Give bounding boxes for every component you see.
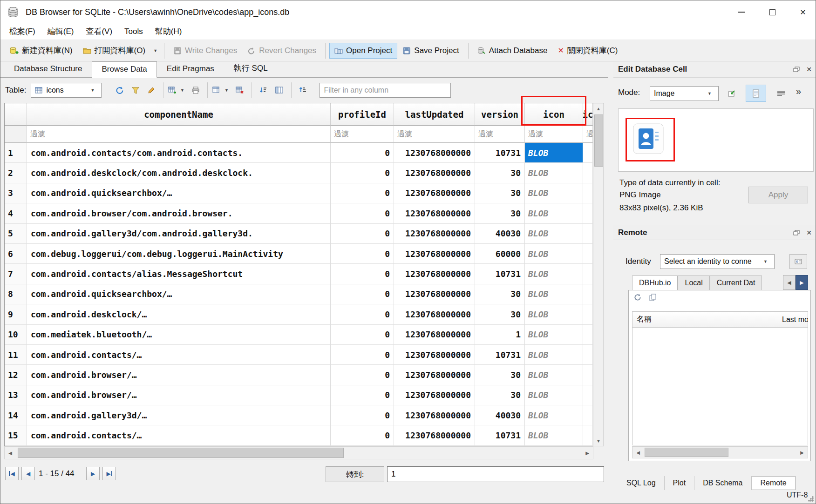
previous-page-button[interactable]: ◀ [21,467,35,480]
column-header[interactable]: profileId [331,103,394,126]
open-database-dropdown[interactable]: ▼ [150,48,160,53]
last-modified-column-header[interactable]: Last mo [779,316,808,324]
cell-componentName[interactable]: com.android.quicksearchbox/… [27,284,331,304]
main-tab[interactable]: Database Structure [4,61,92,77]
cell-componentName[interactable]: com.android.deskclock/com.android.deskcl… [27,163,331,183]
cell-componentName[interactable]: com.android.contacts/alias.MessageShortc… [27,264,331,284]
cell-profileId[interactable]: 0 [331,163,394,183]
cell-profileId[interactable]: 0 [331,405,394,425]
column-header[interactable]: componentName [27,103,331,126]
menu-item[interactable]: 查看(V) [80,24,118,40]
remote-horizontal-scrollbar[interactable]: ◀ ▶ [632,446,808,458]
cell-componentName[interactable]: com.android.gallery3d/… [27,405,331,425]
cell-lastUpdated[interactable]: 1230768000000 [394,284,475,304]
cell-extra[interactable] [583,264,593,284]
dock-tab[interactable]: SQL Log [618,476,665,490]
row-number[interactable]: 12 [5,365,27,385]
undock-icon[interactable] [793,67,800,72]
cell-lastUpdated[interactable]: 1230768000000 [394,325,475,345]
horizontal-scroll-thumb[interactable] [18,448,344,458]
cell-lastUpdated[interactable]: 1230768000000 [394,304,475,324]
cell-extra[interactable] [583,325,593,345]
cell-profileId[interactable]: 0 [331,365,394,385]
cell-icon-blob[interactable]: BLOB [525,264,583,284]
cell-icon-blob[interactable]: BLOB [525,143,583,163]
undock-icon[interactable] [793,230,800,235]
close-database-button[interactable]: ✕ 關閉資料庫(C) [552,42,623,59]
menu-item[interactable]: Tools [118,24,149,40]
vertical-scrollbar[interactable]: ▲ ▼ [593,103,604,446]
cell-componentName[interactable]: com.android.quicksearchbox/… [27,183,331,203]
cell-profileId[interactable]: 0 [331,304,394,324]
tab-scroll-right-button[interactable]: ▶ [796,275,808,290]
open-project-button[interactable]: Open Project [329,43,397,59]
cell-componentName[interactable]: com.android.browser/… [27,365,331,385]
row-number[interactable]: 13 [5,385,27,405]
main-tab[interactable]: 執行 SQL [224,60,278,77]
corner-header-cell[interactable] [5,103,27,126]
cell-icon-blob[interactable]: BLOB [525,244,583,264]
dock-tab[interactable]: Plot [665,476,695,490]
word-wrap-button[interactable] [772,86,790,101]
refresh-icon[interactable] [634,294,642,301]
cell-extra[interactable] [583,244,593,264]
cell-lastUpdated[interactable]: 1230768000000 [394,365,475,385]
delete-record-button[interactable] [232,82,248,98]
sort-descending-button[interactable] [295,82,311,98]
filter-cell[interactable]: 過濾 [394,126,475,143]
cell-extra[interactable] [583,224,593,244]
cell-extra[interactable] [583,203,593,223]
cell-icon-blob[interactable]: BLOB [525,385,583,405]
remote-tab[interactable]: Local [678,276,709,290]
cell-componentName[interactable]: com.android.deskclock/… [27,304,331,324]
cell-icon-blob[interactable]: BLOB [525,345,583,365]
cell-componentName[interactable]: com.android.contacts/… [27,425,331,445]
more-tools-chevron[interactable]: » [796,86,801,97]
cell-version[interactable]: 10731 [475,425,525,445]
view-as-text-button[interactable] [746,85,766,102]
cell-profileId[interactable]: 0 [331,183,394,203]
cell-profileId[interactable]: 0 [331,264,394,284]
new-record-button[interactable]: ▼ [167,82,188,98]
panel-close-icon[interactable]: ✕ [806,66,812,73]
cell-profileId[interactable]: 0 [331,203,394,223]
cell-extra[interactable] [583,143,593,163]
row-number[interactable]: 2 [5,163,27,183]
save-project-button[interactable]: Save Project [397,43,464,59]
cell-extra[interactable] [583,365,593,385]
horizontal-scrollbar[interactable]: ◀ ▶ [4,446,593,459]
cell-lastUpdated[interactable]: 1230768000000 [394,163,475,183]
cell-icon-blob[interactable]: BLOB [525,325,583,345]
cell-icon-blob[interactable]: BLOB [525,365,583,385]
freeze-columns-button[interactable] [272,82,287,98]
cell-profileId[interactable]: 0 [331,385,394,405]
cell-profileId[interactable]: 0 [331,224,394,244]
row-number[interactable]: 10 [5,325,27,345]
resize-grip-icon[interactable] [808,496,814,502]
cell-componentName[interactable]: com.android.contacts/… [27,345,331,365]
panel-close-icon[interactable]: ✕ [806,229,812,236]
cell-extra[interactable] [583,385,593,405]
cell-icon-blob[interactable]: BLOB [525,163,583,183]
print-button[interactable] [188,82,204,98]
name-column-header[interactable]: 名稱 [632,315,779,324]
cell-icon-blob[interactable]: BLOB [525,284,583,304]
cell-lastUpdated[interactable]: 1230768000000 [394,143,475,163]
menu-item[interactable]: 幫助(H) [149,24,188,40]
cell-extra[interactable] [583,425,593,445]
cell-lastUpdated[interactable]: 1230768000000 [394,203,475,223]
row-number[interactable]: 6 [5,244,27,264]
clear-filters-button[interactable] [128,82,143,98]
tab-scroll-left-button[interactable]: ◀ [783,275,796,290]
row-number[interactable]: 14 [5,405,27,425]
cell-componentName[interactable]: com.android.browser/… [27,385,331,405]
cell-icon-blob[interactable]: BLOB [525,224,583,244]
cell-extra[interactable] [583,284,593,304]
menu-item[interactable]: 檔案(F) [3,24,41,40]
cell-version[interactable]: 30 [475,284,525,304]
apply-button[interactable]: Apply [748,187,808,203]
column-header[interactable]: lastUpdated [394,103,475,126]
write-changes-button[interactable]: Write Changes [168,43,242,59]
cell-lastUpdated[interactable]: 1230768000000 [394,405,475,425]
cell-profileId[interactable]: 0 [331,284,394,304]
